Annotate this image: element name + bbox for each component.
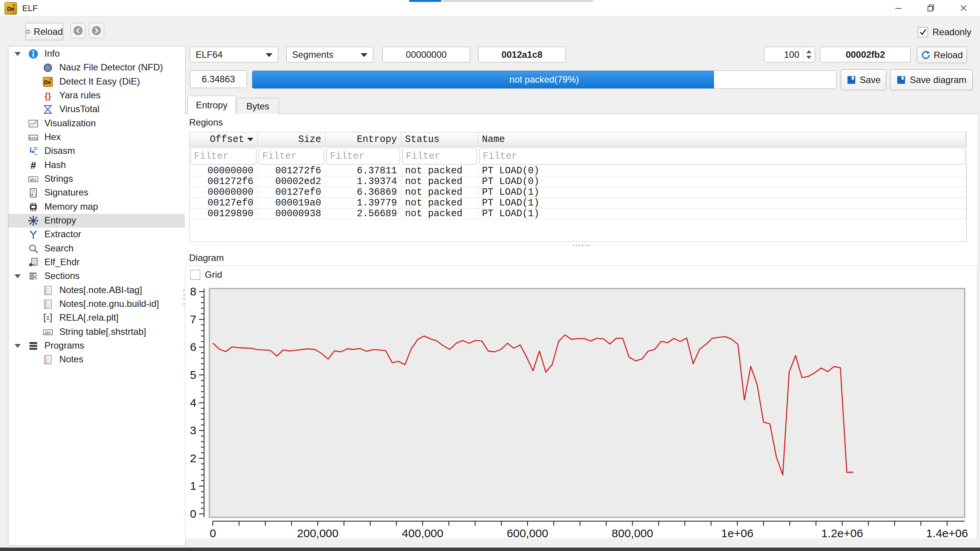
sidebar-item-visualization[interactable]: Visualization: [8, 117, 185, 130]
sidebar-item-label: Search: [44, 243, 74, 254]
minimize-icon: [894, 3, 903, 13]
grid-checkbox[interactable]: Grid: [190, 269, 222, 280]
sidebar-item-string-table-shstrtab[interactable]: abcString table[.shstrtab]: [8, 325, 185, 339]
sidebar-item-yara-rules[interactable]: {}Yara rules: [8, 89, 185, 103]
sidebar-item-label: Nauz File Detector (NFD): [59, 62, 163, 73]
filter-input-size[interactable]: [259, 148, 324, 165]
sidebar-item-detect-it-easy-die[interactable]: DeDetect It Easy (DiE): [8, 75, 185, 89]
sidebar-item-elf-ehdr[interactable]: Elf_Ehdr: [8, 256, 185, 269]
save-button[interactable]: Save: [841, 69, 886, 90]
sidebar-item-notes-note-gnu-build-id[interactable]: Notes[.note.gnu.build-id]: [8, 297, 185, 311]
signatures-icon: 1: [28, 187, 39, 198]
save-diagram-button[interactable]: Save diagram: [890, 69, 973, 90]
sidebar-item-hex[interactable]: 0101Hex: [8, 130, 185, 144]
sidebar-item-rela-rela-plt[interactable]: RELA[.rela.plt]: [8, 311, 185, 325]
file-format-select[interactable]: ELF64: [190, 47, 278, 62]
sidebar-item-label: Info: [44, 48, 60, 59]
cell-offset: 00129890: [189, 209, 258, 219]
strtab-icon: abc: [42, 327, 53, 337]
cell-offset: 001272f6: [189, 176, 258, 187]
back-button[interactable]: [70, 23, 86, 38]
reload-icon: [26, 27, 30, 37]
restore-button[interactable]: [915, 0, 947, 16]
cell-name: PT LOAD(1): [478, 187, 966, 198]
svg-text:1: 1: [34, 193, 36, 196]
size-value: 0012a1c8: [501, 49, 542, 60]
sidebar-item-notes[interactable]: Notes: [8, 353, 185, 367]
column-header-status[interactable]: Status: [401, 132, 478, 147]
cell-status: not packed: [401, 176, 478, 187]
sidebar-item-entropy[interactable]: Entropy: [8, 214, 185, 228]
title-bar: De ELF: [0, 0, 980, 16]
sections-icon: [28, 271, 39, 282]
entropy-icon: [28, 215, 39, 226]
cell-entropy: 1.39779: [325, 198, 401, 209]
sidebar-item-search[interactable]: Search: [8, 242, 185, 256]
checkbox-checked-icon: [918, 27, 928, 37]
region-mode-select[interactable]: Segments: [286, 47, 373, 62]
sidebar-item-virustotal[interactable]: VirusTotal: [8, 103, 185, 116]
virustotal-icon: [42, 104, 53, 115]
memory-map-icon: [28, 202, 39, 212]
table-row[interactable]: 0000000000127ef06.36869not packedPT LOAD…: [189, 187, 966, 198]
loading-bar-track: [441, 0, 593, 2]
expander-icon[interactable]: [15, 344, 21, 348]
expander-icon[interactable]: [15, 52, 21, 56]
table-diagram-splitter[interactable]: [573, 245, 590, 246]
sidebar-item-info[interactable]: Info: [8, 47, 185, 61]
column-header-name[interactable]: Name: [478, 132, 966, 147]
reload-button[interactable]: Reload: [25, 23, 63, 40]
filter-input-name[interactable]: [479, 148, 965, 165]
column-header-entropy[interactable]: Entropy: [325, 132, 401, 147]
filter-input-offset[interactable]: [191, 148, 256, 165]
programs-icon: [28, 341, 39, 351]
cell-offset: 00000000: [189, 166, 258, 176]
sort-desc-icon: [247, 138, 253, 141]
sidebar-item-signatures[interactable]: 1Signatures: [8, 186, 185, 200]
readonly-checkbox[interactable]: Readonly: [918, 27, 971, 37]
selection-size-field[interactable]: 00002fb2: [820, 47, 911, 62]
sidebar-item-hash[interactable]: #Hash: [8, 158, 185, 172]
close-button[interactable]: [947, 0, 980, 16]
svg-text:De: De: [44, 79, 51, 85]
expander-icon[interactable]: [15, 274, 21, 278]
filter-input-entropy[interactable]: [327, 148, 400, 165]
filter-input-status[interactable]: [402, 148, 477, 165]
tab-bytes[interactable]: Bytes: [237, 98, 279, 114]
reload-label: Reload: [934, 50, 963, 60]
spin-up-icon: [806, 50, 812, 53]
table-row[interactable]: 00129890000009382.56689not packedPT LOAD…: [189, 209, 966, 219]
sidebar-item-nauz-file-detector-nfd[interactable]: Nauz File Detector (NFD): [8, 61, 185, 75]
sidebar-item-sections[interactable]: Sections: [8, 269, 185, 283]
table-row[interactable]: 001272f600002ed21.39374not packedPT LOAD…: [189, 176, 966, 187]
offset-field[interactable]: 00000000: [382, 47, 470, 62]
svg-text:#: #: [31, 160, 36, 171]
sidebar-item-notes-note-abi-tag[interactable]: Notes[.note.ABI-tag]: [8, 284, 185, 297]
table-row[interactable]: 00000000001272f66.37811not packedPT LOAD…: [189, 166, 966, 176]
size-field[interactable]: 0012a1c8: [478, 47, 566, 62]
sidebar-item-label: Hash: [44, 160, 66, 170]
tab-entropy[interactable]: Entropy: [188, 96, 236, 114]
window-title: ELF: [22, 3, 38, 13]
sidebar-item-memory-map[interactable]: Memory map: [8, 200, 185, 214]
tab-label: Entropy: [196, 100, 228, 111]
minimize-button[interactable]: [882, 0, 915, 16]
sidebar-item-strings[interactable]: abcStrings: [8, 172, 185, 186]
sidebar-item-programs[interactable]: Programs: [8, 339, 185, 353]
sidebar-item-disasm[interactable]: Disasm: [8, 144, 185, 158]
table-row[interactable]: 00127ef0000019a01.39779not packedPT LOAD…: [189, 198, 966, 209]
column-header-size[interactable]: Size: [258, 132, 325, 147]
sidebar-item-label: Visualization: [44, 118, 96, 129]
reload-right-button[interactable]: Reload: [917, 47, 967, 63]
count-spinner[interactable]: 100: [764, 47, 815, 62]
svg-text:abc: abc: [44, 331, 51, 335]
spinner-buttons[interactable]: [803, 47, 815, 62]
readonly-label: Readonly: [933, 27, 971, 37]
extractor-icon: [28, 229, 39, 240]
forward-button[interactable]: [89, 23, 104, 38]
sidebar-item-label: Entropy: [44, 215, 76, 226]
notes-icon: [42, 299, 53, 310]
sidebar-item-label: Strings: [44, 173, 73, 184]
column-header-offset[interactable]: Offset: [189, 132, 258, 147]
sidebar-item-extractor[interactable]: Extractor: [8, 228, 185, 241]
